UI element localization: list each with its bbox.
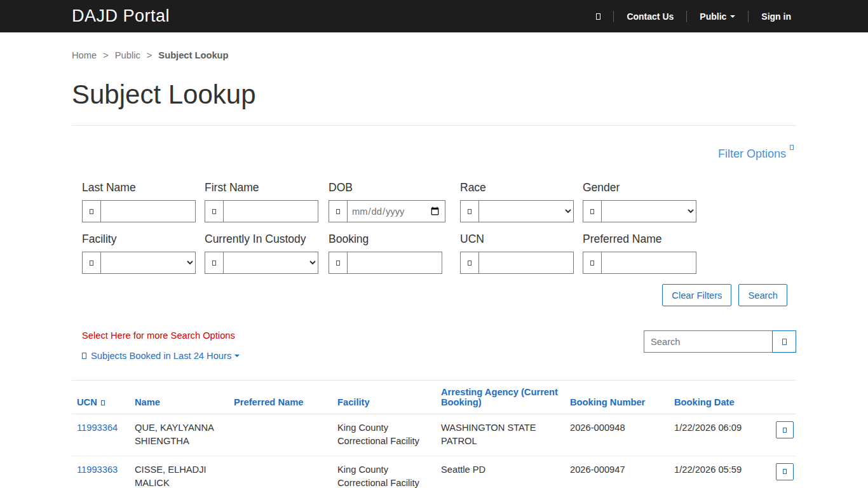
header-actions — [771, 381, 796, 414]
preferred-name-operator-button[interactable] — [583, 252, 602, 274]
nav-public-label: Public — [700, 11, 726, 22]
details-icon — [783, 428, 787, 433]
ucn-link[interactable]: 11993363 — [77, 464, 118, 475]
header-booking-date[interactable]: Booking Date — [669, 381, 771, 414]
cell-preferred-name — [229, 456, 332, 488]
grid-search-input[interactable] — [644, 330, 773, 353]
search-icon — [782, 339, 787, 345]
booking-label: Booking — [329, 233, 460, 246]
facility-label: Facility — [82, 233, 205, 246]
booking-input[interactable] — [348, 252, 442, 274]
header-name[interactable]: Name — [130, 381, 229, 414]
race-select[interactable] — [479, 200, 574, 222]
filter-operator-icon — [212, 209, 216, 214]
gender-label: Gender — [583, 181, 796, 194]
cell-booking-number: 2026-000947 — [565, 456, 669, 488]
last-name-label: Last Name — [82, 181, 205, 194]
filter-options-link[interactable]: Filter Options — [718, 147, 794, 161]
nav-public-dropdown[interactable]: Public — [695, 8, 740, 25]
filter-operator-icon — [336, 261, 340, 266]
currently-in-custody-label: Currently In Custody — [205, 233, 329, 246]
navbar-search-button[interactable] — [591, 10, 606, 24]
sort-icon — [101, 400, 105, 405]
breadcrumb-public[interactable]: Public — [115, 50, 140, 60]
filter-operator-icon — [590, 261, 594, 266]
filter-operator-icon — [468, 261, 471, 266]
brand-link[interactable]: DAJD Portal — [72, 6, 170, 26]
gender-select[interactable] — [602, 200, 696, 222]
ucn-operator-button[interactable] — [460, 252, 479, 274]
ucn-input[interactable] — [479, 252, 574, 274]
grid-search-button[interactable] — [772, 330, 796, 353]
ucn-link[interactable]: 11993364 — [77, 423, 118, 433]
grid-search — [644, 330, 796, 353]
filter-operator-icon — [590, 209, 594, 214]
filter-operator-icon — [336, 209, 340, 214]
chevron-down-icon — [730, 15, 735, 18]
nav-contact-us[interactable]: Contact Us — [621, 8, 679, 25]
more-search-options-link[interactable]: Select Here for more Search Options — [82, 330, 235, 341]
breadcrumb-separator: > — [147, 50, 153, 60]
details-icon — [783, 469, 787, 474]
row-details-button[interactable] — [776, 463, 794, 480]
title-divider — [72, 125, 796, 126]
preferred-name-label: Preferred Name — [583, 233, 796, 246]
gender-operator-button[interactable] — [583, 200, 602, 222]
cell-facility: King County Correctional Facility — [332, 456, 436, 488]
last-name-input[interactable] — [101, 200, 196, 222]
subjects-booked-24h-dropdown[interactable]: Subjects Booked in Last 24 Hours — [82, 351, 240, 361]
filter-form: Last Name First Name DOB Race — [72, 181, 796, 274]
header-facility[interactable]: Facility — [332, 381, 436, 414]
list-icon — [82, 353, 86, 359]
cell-booking-date: 1/22/2026 06:09 — [669, 414, 771, 456]
dob-input[interactable] — [348, 200, 445, 222]
header-preferred-name[interactable]: Preferred Name — [229, 381, 332, 414]
booking-operator-button[interactable] — [329, 252, 348, 274]
header-arresting-agency[interactable]: Arresting Agency (Current Booking) — [436, 381, 565, 414]
nav-divider — [613, 11, 614, 22]
breadcrumb: Home > Public > Subject Lookup — [72, 50, 796, 60]
last-name-operator-button[interactable] — [82, 200, 101, 222]
cell-booking-number: 2026-000948 — [565, 414, 669, 456]
facility-select[interactable] — [101, 252, 196, 274]
first-name-label: First Name — [205, 181, 329, 194]
dob-label: DOB — [329, 181, 460, 194]
race-operator-button[interactable] — [460, 200, 479, 222]
breadcrumb-separator: > — [103, 50, 109, 60]
table-row: 11993364 QUE, KAYLYANNA SHIENGTHA King C… — [72, 414, 796, 456]
cell-agency: Seattle PD — [436, 456, 565, 488]
row-details-button[interactable] — [776, 421, 794, 438]
search-icon — [596, 13, 600, 20]
clear-filters-button[interactable]: Clear Filters — [662, 284, 731, 306]
filter-options-label: Filter Options — [718, 147, 786, 161]
filter-operator-icon — [90, 261, 93, 266]
breadcrumb-current: Subject Lookup — [158, 50, 228, 60]
dob-operator-button[interactable] — [329, 200, 348, 222]
breadcrumb-home[interactable]: Home — [72, 50, 97, 60]
preferred-name-input[interactable] — [602, 252, 696, 274]
page-title: Subject Lookup — [72, 79, 796, 110]
cell-preferred-name — [229, 414, 332, 456]
first-name-operator-button[interactable] — [205, 200, 224, 222]
top-navbar: DAJD Portal Contact Us Public Sign in — [0, 0, 868, 32]
cell-booking-date: 1/22/2026 05:59 — [669, 456, 771, 488]
currently-in-custody-select[interactable] — [224, 252, 318, 274]
filter-operator-icon — [212, 261, 216, 266]
table-row: 11993363 CISSE, ELHADJI MALICK King Coun… — [72, 456, 796, 488]
cell-facility: King County Correctional Facility — [332, 414, 436, 456]
header-booking-number[interactable]: Booking Number — [565, 381, 669, 414]
nav-divider — [748, 11, 749, 22]
nav-divider — [686, 11, 687, 22]
nav-sign-in[interactable]: Sign in — [756, 8, 796, 25]
table-header-row: UCN Name Preferred Name Facility Arresti… — [72, 381, 796, 414]
facility-operator-button[interactable] — [82, 252, 101, 274]
first-name-input[interactable] — [224, 200, 318, 222]
filter-search-button[interactable]: Search — [738, 284, 787, 306]
results-table: UCN Name Preferred Name Facility Arresti… — [72, 380, 796, 488]
filter-operator-icon — [468, 209, 471, 214]
ucn-label: UCN — [460, 233, 583, 246]
header-ucn[interactable]: UCN — [72, 381, 130, 414]
external-link-icon — [790, 145, 794, 150]
custody-operator-button[interactable] — [205, 252, 224, 274]
subjects-booked-24h-label: Subjects Booked in Last 24 Hours — [91, 351, 231, 361]
